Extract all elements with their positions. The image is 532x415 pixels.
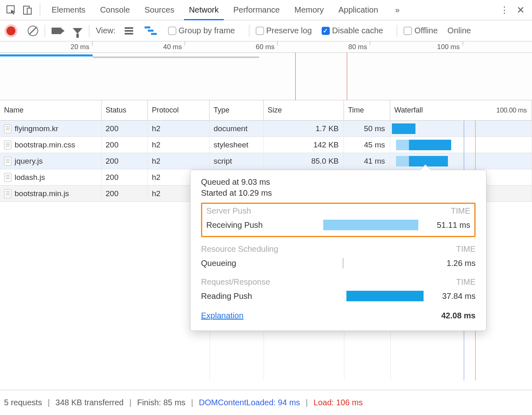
file-icon	[4, 124, 11, 133]
cell-size: 142 KB	[264, 137, 344, 153]
cell-name: jquery.js	[15, 157, 43, 166]
clear-icon[interactable]	[28, 26, 38, 36]
cell-name: lodash.js	[15, 173, 45, 182]
cell-waterfall	[390, 153, 532, 169]
explanation-link[interactable]: Explanation	[201, 311, 244, 320]
section-header: Request/Response	[201, 277, 270, 287]
kebab-menu-icon[interactable]: ⋮	[496, 2, 513, 18]
separator	[40, 4, 40, 16]
online-label[interactable]: Online	[448, 26, 471, 35]
inspect-element-icon[interactable]	[3, 2, 19, 18]
tab-network[interactable]: Network	[182, 0, 226, 20]
device-toolbar-icon[interactable]	[19, 2, 36, 18]
time-header: TIME	[456, 277, 476, 287]
preserve-log-label: Preserve log	[266, 26, 312, 35]
queueing-label: Queueing	[201, 259, 282, 268]
col-status[interactable]: Status	[102, 100, 148, 120]
close-icon[interactable]: ✕	[513, 2, 529, 18]
cell-protocol: h2	[148, 153, 210, 169]
view-label: View:	[96, 26, 116, 35]
started-at: Started at 10.29 ms	[201, 188, 476, 198]
screenshot-icon[interactable]	[52, 28, 61, 34]
file-icon	[4, 140, 11, 149]
table-row[interactable]: flyingmom.kr 200 h2 document 1.7 KB 50 m…	[0, 121, 532, 137]
cell-status: 200	[102, 153, 148, 169]
tab-application[interactable]: Application	[331, 0, 385, 20]
col-waterfall-label: Waterfall	[394, 106, 423, 115]
separator	[89, 25, 89, 37]
tab-memory[interactable]: Memory	[287, 0, 331, 20]
cell-protocol: h2	[148, 121, 210, 136]
group-by-frame-checkbox[interactable]: Group by frame	[168, 26, 235, 35]
col-waterfall[interactable]: Waterfall 100.00 ms	[390, 100, 532, 120]
dcl-marker	[295, 53, 296, 100]
section-header: Server Push	[206, 206, 251, 216]
reading-push-value: 37.84 ms	[427, 292, 476, 301]
tab-performance[interactable]: Performance	[226, 0, 288, 20]
waterfall-view-icon[interactable]	[145, 26, 157, 35]
cell-status: 200	[102, 121, 148, 136]
cell-waterfall	[390, 121, 532, 136]
cell-waterfall	[390, 137, 532, 153]
cell-status: 200	[102, 169, 148, 185]
cell-status: 200	[102, 137, 148, 153]
file-icon	[4, 189, 11, 198]
separator	[45, 25, 45, 37]
receiving-push-value: 51.11 ms	[422, 220, 470, 230]
cell-type: stylesheet	[210, 137, 264, 153]
timeline-overview[interactable]: 20 ms 40 ms 60 ms 80 ms 100 ms	[0, 41, 532, 100]
total-time: 42.08 ms	[441, 311, 476, 320]
table-row[interactable]: jquery.js 200 h2 script 85.0 KB 41 ms	[0, 153, 532, 169]
tab-more[interactable]: »	[388, 0, 407, 20]
reading-push-label: Reading Push	[201, 292, 282, 301]
col-protocol[interactable]: Protocol	[148, 100, 210, 120]
cell-name: bootstrap.min.js	[15, 189, 69, 198]
overview-activity-bar	[0, 54, 93, 56]
waterfall-bar	[396, 156, 409, 166]
cell-time: 41 ms	[344, 153, 390, 169]
cell-type: script	[210, 153, 264, 169]
waterfall-bar	[409, 140, 451, 150]
time-header: TIME	[456, 244, 476, 254]
time-header: TIME	[451, 206, 470, 216]
tab-sources[interactable]: Sources	[137, 0, 182, 20]
disable-cache-label: Disable cache	[332, 26, 383, 35]
status-load: Load: 106 ms	[314, 398, 363, 407]
load-marker	[347, 53, 347, 100]
col-name[interactable]: Name	[0, 100, 102, 120]
section-header: Resource Scheduling	[201, 244, 278, 254]
waterfall-bar	[409, 156, 448, 166]
devtools-tab-bar: Elements Console Sources Network Perform…	[0, 0, 532, 20]
offline-label: Offline	[414, 26, 437, 35]
large-rows-icon[interactable]	[125, 27, 133, 35]
offline-checkbox[interactable]: Offline	[404, 26, 437, 35]
overview-activity-bar	[93, 56, 259, 58]
col-time[interactable]: Time	[344, 100, 390, 120]
reading-push-bar	[346, 291, 424, 301]
preserve-log-checkbox[interactable]: Preserve log	[256, 26, 312, 35]
receiving-push-bar	[323, 220, 418, 230]
record-button[interactable]	[6, 26, 15, 35]
table-header: Name Status Protocol Type Size Time Wate…	[0, 100, 532, 121]
server-push-highlight: Server Push TIME Receiving Push 51.11 ms	[201, 203, 476, 237]
group-by-frame-label: Group by frame	[179, 26, 235, 35]
waterfall-bar	[396, 140, 409, 150]
svg-rect-2	[27, 8, 31, 14]
status-bar: 5 requests | 348 KB transferred | Finish…	[0, 390, 532, 415]
separator	[249, 25, 249, 37]
tick: 20 ms	[71, 43, 93, 51]
tick: 80 ms	[348, 43, 370, 51]
file-icon	[4, 157, 11, 166]
timing-popover: Queued at 9.03 ms Started at 10.29 ms Se…	[190, 170, 487, 331]
filter-icon[interactable]	[73, 28, 82, 34]
tab-elements[interactable]: Elements	[44, 0, 93, 20]
overview-body	[0, 53, 532, 100]
table-row[interactable]: bootstrap.min.css 200 h2 stylesheet 142 …	[0, 137, 532, 153]
col-size[interactable]: Size	[264, 100, 344, 120]
waterfall-max: 100.00 ms	[496, 106, 527, 115]
status-transferred: 348 KB transferred	[56, 398, 124, 407]
timeline-ruler: 20 ms 40 ms 60 ms 80 ms 100 ms	[0, 41, 532, 53]
col-type[interactable]: Type	[210, 100, 264, 120]
tab-console[interactable]: Console	[93, 0, 137, 20]
disable-cache-checkbox[interactable]: Disable cache	[322, 26, 383, 35]
